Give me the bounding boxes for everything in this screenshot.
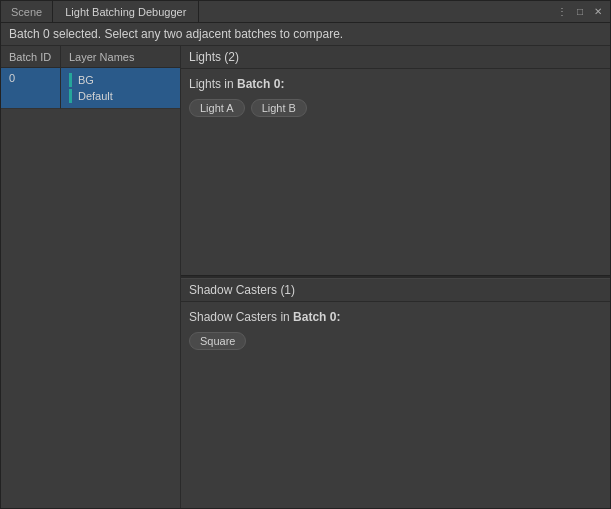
maximize-button[interactable]: □: [572, 4, 588, 20]
batch-id-cell: 0: [1, 68, 61, 109]
layer-bg: BG: [69, 72, 172, 88]
more-options-button[interactable]: ⋮: [554, 4, 570, 20]
close-button[interactable]: ✕: [590, 4, 606, 20]
layer-default: Default: [69, 88, 172, 104]
table-header: Batch ID Layer Names: [1, 46, 180, 68]
main-content: Batch ID Layer Names 0 BG Def: [1, 46, 610, 508]
col-batch-id-header: Batch ID: [1, 46, 61, 67]
layers-cell: BG Default: [61, 68, 180, 109]
shadow-section: Shadow Casters (1) Shadow Casters in Bat…: [181, 279, 610, 508]
active-tab[interactable]: Light Batching Debugger: [53, 1, 199, 22]
col-layer-names-header: Layer Names: [61, 51, 142, 63]
table-row[interactable]: 0 BG Default: [1, 68, 180, 109]
active-tab-label: Light Batching Debugger: [65, 6, 186, 18]
window: Scene Light Batching Debugger ⋮ □ ✕ Batc…: [0, 0, 611, 509]
shadow-label: Shadow Casters in Batch 0:: [189, 310, 602, 324]
shadow-section-header: Shadow Casters (1): [181, 279, 610, 302]
right-panel: Lights (2) Lights in Batch 0: Light A Li…: [181, 46, 610, 508]
lights-section-header: Lights (2): [181, 46, 610, 69]
left-panel: Batch ID Layer Names 0 BG Def: [1, 46, 181, 508]
lights-pills: Light A Light B: [189, 99, 602, 117]
lights-label: Lights in Batch 0:: [189, 77, 602, 91]
status-text: Batch 0 selected. Select any two adjacen…: [9, 27, 343, 41]
light-b-pill[interactable]: Light B: [251, 99, 307, 117]
layer-indicator: [69, 73, 72, 87]
lights-section-content: Lights in Batch 0: Light A Light B: [181, 69, 610, 275]
scene-tab-label: Scene: [11, 6, 42, 18]
title-bar-controls: ⋮ □ ✕: [554, 4, 610, 20]
lights-section: Lights (2) Lights in Batch 0: Light A Li…: [181, 46, 610, 275]
light-a-pill[interactable]: Light A: [189, 99, 245, 117]
title-bar: Scene Light Batching Debugger ⋮ □ ✕: [1, 1, 610, 23]
status-bar: Batch 0 selected. Select any two adjacen…: [1, 23, 610, 46]
square-pill[interactable]: Square: [189, 332, 246, 350]
shadow-pills: Square: [189, 332, 602, 350]
scene-tab[interactable]: Scene: [1, 1, 53, 22]
layer-indicator: [69, 89, 72, 103]
shadow-section-content: Shadow Casters in Batch 0: Square: [181, 302, 610, 508]
